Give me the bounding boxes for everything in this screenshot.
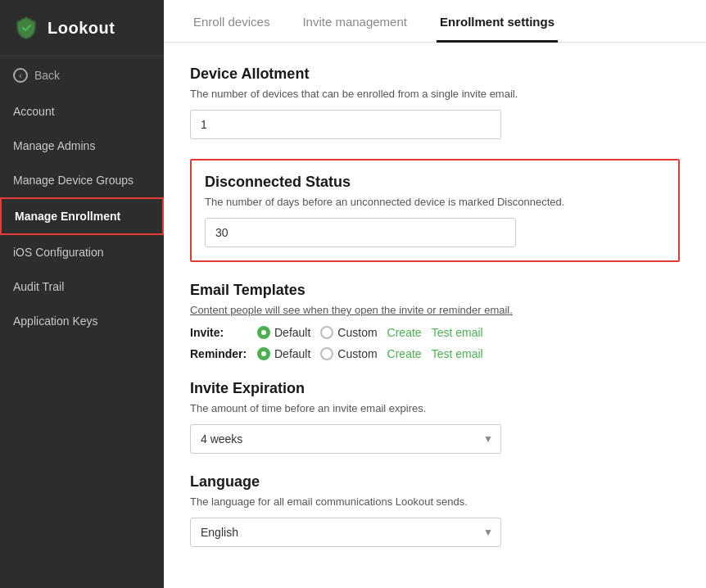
invite-create-link[interactable]: Create	[387, 326, 422, 339]
reminder-label: Reminder:	[190, 347, 247, 360]
email-invite-row: Invite: Default Custom Create Test email	[190, 326, 680, 339]
content-area: Device Allotment The number of devices t…	[164, 43, 706, 588]
language-select[interactable]: English French German Spanish	[190, 518, 501, 547]
lookout-logo-icon	[13, 15, 39, 41]
disconnected-status-title: Disconnected Status	[205, 174, 665, 191]
invite-default-radio[interactable]: Default	[257, 326, 310, 339]
reminder-default-radio-indicator	[257, 347, 270, 360]
invite-custom-radio[interactable]: Custom	[320, 326, 377, 339]
email-templates-title: Email Templates	[190, 282, 680, 299]
tab-invite-management[interactable]: Invite management	[299, 0, 410, 43]
sidebar-item-manage-admins[interactable]: Manage Admins	[0, 129, 164, 163]
invite-expiration-desc: The amount of time before an invite emai…	[190, 402, 680, 414]
sidebar-item-manage-enrollment[interactable]: Manage Enrollment	[0, 197, 164, 235]
tab-enrollment-settings[interactable]: Enrollment settings	[437, 0, 558, 43]
invite-expiration-section: Invite Expiration The amount of time bef…	[190, 380, 680, 454]
sidebar: Lookout ‹ Back Account Manage Admins Man…	[0, 0, 164, 588]
language-title: Language	[190, 473, 680, 491]
reminder-custom-radio[interactable]: Custom	[320, 347, 377, 360]
invite-test-link[interactable]: Test email	[432, 326, 483, 339]
invite-default-label: Default	[274, 326, 310, 339]
sidebar-item-audit-trail[interactable]: Audit Trail	[0, 269, 164, 304]
language-desc: The language for all email communication…	[190, 495, 680, 508]
email-reminder-row: Reminder: Default Custom Create Test ema…	[190, 347, 680, 360]
tab-enroll-devices[interactable]: Enroll devices	[190, 0, 273, 43]
invite-expiration-dropdown-wrapper: 1 week 2 weeks 3 weeks 4 weeks 5 weeks 6…	[190, 424, 501, 454]
reminder-create-link[interactable]: Create	[387, 347, 422, 360]
back-arrow-icon: ‹	[13, 68, 28, 83]
device-allotment-desc: The number of devices that can be enroll…	[190, 88, 680, 100]
back-button[interactable]: ‹ Back	[0, 57, 164, 94]
tab-bar: Enroll devices Invite management Enrollm…	[164, 0, 706, 43]
reminder-test-link[interactable]: Test email	[432, 347, 483, 360]
invite-custom-radio-indicator	[320, 326, 333, 339]
device-allotment-title: Device Allotment	[190, 66, 680, 83]
sidebar-item-manage-device-groups[interactable]: Manage Device Groups	[0, 163, 164, 197]
invite-expiration-title: Invite Expiration	[190, 380, 680, 397]
email-templates-section: Email Templates Content people will see …	[190, 282, 680, 360]
disconnected-status-input[interactable]	[205, 218, 516, 247]
reminder-custom-label: Custom	[337, 347, 377, 360]
reminder-default-radio[interactable]: Default	[257, 347, 310, 360]
disconnected-status-section: Disconnected Status The number of days b…	[190, 159, 680, 262]
invite-expiration-select[interactable]: 1 week 2 weeks 3 weeks 4 weeks 5 weeks 6…	[190, 424, 501, 454]
email-templates-desc: Content people will see when they open t…	[190, 304, 680, 316]
sidebar-item-ios-configuration[interactable]: iOS Configuration	[0, 235, 164, 269]
invite-custom-label: Custom	[337, 326, 377, 339]
invite-default-radio-indicator	[257, 326, 270, 339]
device-allotment-section: Device Allotment The number of devices t…	[190, 66, 680, 139]
reminder-custom-radio-indicator	[320, 347, 333, 360]
device-allotment-input[interactable]	[190, 110, 501, 139]
sidebar-nav: Account Manage Admins Manage Device Grou…	[0, 94, 164, 338]
app-name: Lookout	[48, 19, 115, 38]
reminder-default-label: Default	[274, 347, 310, 360]
language-section: Language The language for all email comm…	[190, 473, 680, 547]
invite-label: Invite:	[190, 326, 247, 339]
sidebar-item-application-keys[interactable]: Application Keys	[0, 304, 164, 338]
language-dropdown-wrapper: English French German Spanish ▼	[190, 518, 501, 547]
sidebar-item-account[interactable]: Account	[0, 94, 164, 129]
disconnected-status-desc: The number of days before an unconnected…	[205, 196, 665, 208]
app-logo: Lookout	[0, 0, 164, 57]
back-label: Back	[34, 69, 60, 82]
main-content: Enroll devices Invite management Enrollm…	[164, 0, 706, 588]
